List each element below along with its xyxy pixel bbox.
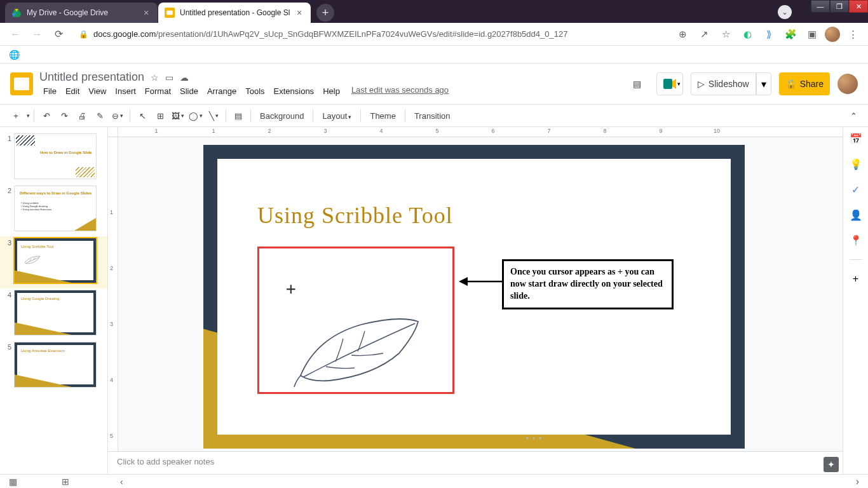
get-addons-icon[interactable]: +: [850, 273, 862, 285]
line-tool[interactable]: ╲▾: [205, 107, 222, 124]
slideshow-label: Slideshow: [709, 79, 749, 89]
print-button[interactable]: 🖨: [74, 107, 90, 124]
play-icon: ▷: [698, 79, 705, 89]
slide-thumb-2[interactable]: 2 Different ways to Draw in Google Slide…: [0, 184, 107, 236]
share-label: Share: [800, 79, 824, 89]
contacts-icon[interactable]: 👤: [850, 208, 862, 221]
show-sidepanel-icon[interactable]: ›: [856, 476, 859, 487]
comments-history-button[interactable]: ▤: [626, 72, 649, 95]
menu-arrange[interactable]: Arrange: [203, 85, 240, 97]
account-avatar[interactable]: [837, 74, 858, 94]
cast-icon[interactable]: ⟫: [760, 25, 778, 43]
slide-heading[interactable]: Using Scribble Tool: [257, 202, 453, 229]
grid-view-icon[interactable]: ⊞: [62, 477, 69, 487]
extensions-icon[interactable]: 🧩: [782, 25, 799, 43]
extension-green-icon[interactable]: ◐: [738, 25, 756, 43]
browser-tabbar: My Drive - Google Drive × Untitled prese…: [0, 0, 868, 23]
slide-thumb-3[interactable]: 3 Using Scribble Tool: [0, 236, 107, 288]
drive-icon: [11, 8, 22, 18]
slide-thumb-5[interactable]: 5 Using Annotate Extension: [0, 341, 107, 393]
paint-format-button[interactable]: ✎: [92, 107, 108, 124]
slideshow-button[interactable]: ▷ Slideshow: [691, 72, 756, 95]
nav-reload[interactable]: ⟳: [50, 25, 67, 43]
menu-help[interactable]: Help: [319, 85, 344, 97]
last-edit-link[interactable]: Last edit was seconds ago: [351, 85, 449, 97]
nav-forward[interactable]: →: [28, 25, 46, 43]
ruler-horizontal: 1 1 2 3 4 5 6 7 8 9 10: [118, 127, 868, 137]
notes-resize-handle[interactable]: • • •: [226, 436, 843, 440]
slides-icon: [165, 8, 175, 18]
menu-view[interactable]: View: [85, 85, 110, 97]
select-tool[interactable]: ↖: [134, 107, 151, 124]
menu-file[interactable]: File: [39, 85, 60, 97]
move-icon[interactable]: ▭: [165, 72, 173, 83]
url-input[interactable]: 🔒 docs.google.com/presentation/d/1UhAwPq…: [71, 25, 670, 43]
transition-button[interactable]: Transition: [409, 111, 456, 121]
tab-close-icon[interactable]: ×: [141, 8, 151, 18]
drawing-area-highlight: +: [257, 247, 454, 394]
slide-thumb-1[interactable]: 1 How to Draw in Google Slide: [0, 132, 107, 184]
menu-format[interactable]: Format: [141, 85, 175, 97]
cloud-status-icon[interactable]: ☁: [180, 72, 189, 83]
layout-button[interactable]: Layout▾: [317, 111, 356, 121]
globe-bookmark-icon[interactable]: 🌐: [9, 50, 19, 60]
menu-edit[interactable]: Edit: [62, 85, 83, 97]
collapse-filmstrip-icon[interactable]: ‹: [120, 477, 123, 487]
slides-home-button[interactable]: [10, 72, 33, 95]
zoom-button[interactable]: ⊖▾: [109, 107, 126, 124]
sidepanel-toggle-icon[interactable]: ▣: [803, 25, 821, 43]
collapse-toolbar-button[interactable]: ⌃: [845, 107, 862, 124]
share-button[interactable]: 🔒 Share: [779, 72, 830, 95]
redo-button[interactable]: ↷: [56, 107, 72, 124]
keep-icon[interactable]: 💡: [850, 158, 862, 170]
tab-title: My Drive - Google Drive: [27, 8, 141, 17]
image-tool[interactable]: 🖼▾: [170, 107, 186, 124]
calendar-icon[interactable]: 📅: [850, 132, 862, 145]
textbox-tool[interactable]: ⊞: [152, 107, 168, 124]
slideshow-dropdown[interactable]: ▾: [756, 72, 771, 95]
leaf-drawing[interactable]: [291, 299, 437, 388]
theme-button[interactable]: Theme: [365, 111, 400, 121]
tasks-icon[interactable]: ✓: [850, 183, 862, 196]
menu-slide[interactable]: Slide: [176, 85, 202, 97]
doc-title[interactable]: Untitled presentation: [39, 71, 144, 84]
filmstrip[interactable]: 1 How to Draw in Google Slide 2 Differen…: [0, 127, 108, 474]
speaker-notes[interactable]: Click to add speaker notes ✦: [108, 451, 843, 474]
bookmark-star-icon[interactable]: ☆: [717, 25, 735, 43]
star-icon[interactable]: ☆: [151, 72, 159, 83]
tab-search-button[interactable]: ⌄: [778, 5, 792, 19]
slide-thumb-4[interactable]: 4 Using Google Drawing: [0, 288, 107, 341]
menu-insert[interactable]: Insert: [111, 85, 140, 97]
tab-drive[interactable]: My Drive - Google Drive ×: [5, 3, 158, 23]
menu-tools[interactable]: Tools: [241, 85, 268, 97]
add-comment-button[interactable]: ▤: [230, 107, 247, 124]
tab-slides[interactable]: Untitled presentation - Google Sl ×: [158, 3, 311, 23]
new-slide-button[interactable]: +: [8, 107, 24, 124]
chrome-menu-icon[interactable]: ⋮: [844, 25, 862, 43]
meet-button[interactable]: ▾: [656, 72, 683, 95]
window-minimize[interactable]: —: [811, 0, 830, 13]
undo-button[interactable]: ↶: [38, 107, 55, 124]
explore-button[interactable]: ✦: [824, 457, 839, 472]
docs-header: Untitled presentation ☆ ▭ ☁ File Edit Vi…: [0, 64, 868, 104]
new-tab-button[interactable]: +: [316, 4, 334, 22]
maps-icon[interactable]: 📍: [850, 234, 862, 247]
nav-back[interactable]: ←: [6, 25, 24, 43]
menu-bar: File Edit View Insert Format Slide Arran…: [39, 85, 626, 97]
window-close[interactable]: ✕: [849, 0, 868, 13]
window-maximize[interactable]: ❐: [830, 0, 849, 13]
filmstrip-view-icon[interactable]: ▦: [9, 477, 17, 487]
zoom-icon[interactable]: ⊕: [674, 25, 691, 43]
shape-tool[interactable]: ◯▾: [187, 107, 204, 124]
menu-extensions[interactable]: Extensions: [270, 85, 318, 97]
canvas-area[interactable]: 1 1 2 3 4 5 6 7 8 9 10 1 2 3 4 5 Using S…: [108, 127, 868, 474]
tab-close-icon[interactable]: ×: [294, 8, 304, 18]
profile-avatar[interactable]: [825, 27, 840, 42]
callout-text[interactable]: Once you cursor appears as + you can now…: [502, 259, 674, 309]
slide-canvas[interactable]: Using Scribble Tool + Once you cursor ap…: [203, 145, 745, 449]
background-button[interactable]: Background: [255, 111, 309, 121]
toolbar: +▾ ↶ ↷ 🖨 ✎ ⊖▾ ↖ ⊞ 🖼▾ ◯▾ ╲▾ ▤ Background …: [0, 104, 868, 127]
ruler-vertical: 1 2 3 4 5: [108, 137, 118, 474]
share-url-icon[interactable]: ↗: [695, 25, 713, 43]
crosshair-cursor-icon: +: [286, 279, 296, 298]
